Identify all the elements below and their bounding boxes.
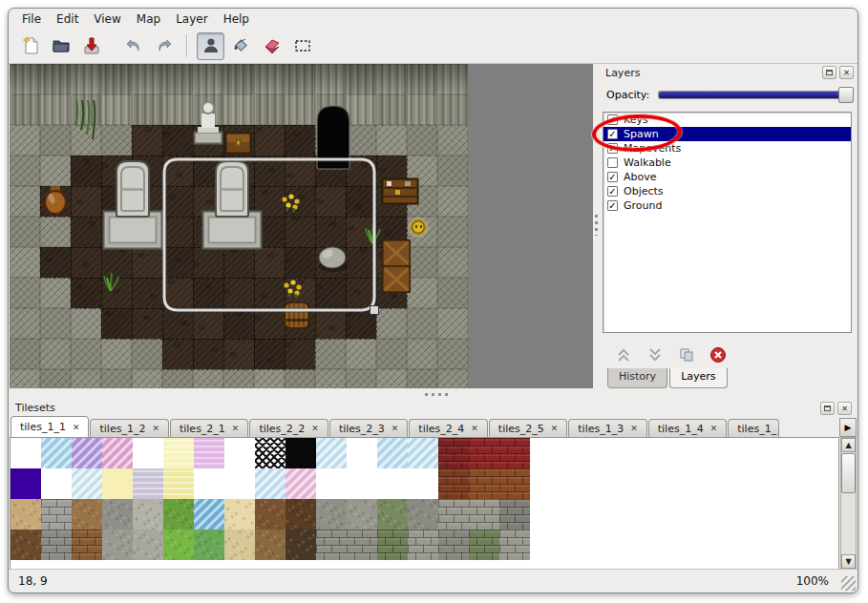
tileset-tab-label: tiles_1_: [737, 423, 776, 435]
redo-icon: [154, 35, 175, 56]
opacity-slider-handle[interactable]: [838, 87, 854, 103]
tileset-tab-tiles_1_4[interactable]: tiles_1_4✕: [648, 419, 727, 437]
tab-close-icon[interactable]: ✕: [471, 424, 478, 433]
layer-checkbox[interactable]: ✓: [607, 172, 618, 182]
fill-button[interactable]: [227, 32, 255, 60]
layers-float-button[interactable]: [822, 66, 836, 79]
app-window: FileEditViewMapLayerHelp Layers ✕ Opacit…: [8, 8, 858, 593]
close-icon: ✕: [841, 405, 848, 412]
save-icon: [81, 35, 102, 56]
layers-close-button[interactable]: ✕: [839, 66, 854, 79]
tab-close-icon[interactable]: ✕: [232, 424, 240, 433]
arrow-right-icon: ▶: [845, 423, 852, 432]
duplicate-button[interactable]: [678, 347, 695, 363]
tilesets-close-button[interactable]: ✕: [837, 402, 852, 415]
menu-file[interactable]: File: [14, 10, 49, 29]
layer-row-walkable[interactable]: Walkable: [603, 156, 851, 170]
tilesets-panel: Tilesets ✕ tiles_1_1✕tiles_1_2✕tiles_2_1…: [9, 400, 857, 571]
layer-checkbox[interactable]: ✓: [607, 200, 618, 211]
move-down-icon: [646, 347, 664, 363]
tileset-tab-tiles_1[interactable]: tiles_1_: [728, 419, 779, 437]
tab-close-icon[interactable]: ✕: [73, 423, 80, 432]
save-button[interactable]: [77, 32, 105, 60]
page: FileEditViewMapLayerHelp Layers ✕ Opacit…: [0, 0, 868, 603]
layer-row-mapevents[interactable]: ✓Mapevents: [603, 141, 851, 156]
stamp-button[interactable]: [197, 32, 224, 60]
tab-close-icon[interactable]: ✕: [710, 424, 718, 433]
vertical-splitter[interactable]: [593, 64, 600, 388]
scrollbar-thumb[interactable]: [841, 453, 856, 493]
tab-close-icon[interactable]: ✕: [551, 424, 559, 433]
menu-map[interactable]: Map: [129, 10, 168, 29]
tileset-tab-tiles_1_3[interactable]: tiles_1_3✕: [568, 419, 646, 437]
menu-edit[interactable]: Edit: [49, 10, 86, 29]
scroll-up-button[interactable]: ▲: [841, 438, 856, 452]
layer-checkbox[interactable]: [607, 157, 618, 168]
resize-grip[interactable]: [841, 576, 856, 591]
layer-row-objects[interactable]: ✓Objects: [603, 184, 851, 198]
redo-button[interactable]: [150, 32, 178, 60]
tab-layers[interactable]: Layers: [669, 368, 727, 388]
tabs-scroll-right-button[interactable]: ▶: [839, 418, 857, 437]
layers-panel-title: Layers: [605, 67, 819, 79]
layer-checkbox[interactable]: ✓: [607, 143, 618, 154]
tileset-tab-tiles_2_5[interactable]: tiles_2_5✕: [489, 419, 567, 437]
toolbar: [9, 29, 857, 64]
layer-row-above[interactable]: ✓Above: [603, 170, 851, 184]
layer-label: Keys: [624, 114, 648, 126]
tab-close-icon[interactable]: ✕: [630, 424, 638, 433]
eraser-icon: [262, 35, 283, 56]
open-folder-button[interactable]: [47, 32, 74, 60]
delete-button[interactable]: [709, 346, 727, 364]
layer-label: Spawn: [624, 128, 659, 140]
layer-checkbox[interactable]: ✓: [607, 129, 618, 139]
tileset-scrollbar[interactable]: ▲ ▼: [840, 437, 857, 570]
scroll-down-button[interactable]: ▼: [841, 554, 856, 569]
tilesets-float-button[interactable]: [820, 402, 835, 415]
opacity-row: Opacity:: [606, 85, 853, 104]
undo-button[interactable]: [119, 32, 147, 60]
tileset-tab-tiles_2_2[interactable]: tiles_2_2✕: [249, 419, 328, 437]
opacity-slider[interactable]: [658, 91, 853, 99]
tileset-tab-tiles_1_1[interactable]: tiles_1_1✕: [11, 416, 89, 437]
new-file-button[interactable]: [16, 32, 44, 60]
select-button[interactable]: [288, 32, 316, 60]
menu-help[interactable]: Help: [216, 10, 257, 29]
tileset-tab-label: tiles_2_1: [180, 423, 225, 435]
layer-label: Walkable: [624, 156, 671, 169]
arrow-up-icon: ▲: [845, 441, 851, 449]
menu-bar: FileEditViewMapLayerHelp: [9, 9, 857, 29]
layers-panel-header: Layers ✕: [600, 64, 856, 81]
layer-checkbox[interactable]: ✓: [607, 186, 618, 197]
move-down-button[interactable]: [646, 347, 664, 363]
tab-close-icon[interactable]: ✕: [392, 424, 399, 433]
tileset-tab-tiles_2_4[interactable]: tiles_2_4✕: [409, 419, 487, 437]
layer-row-ground[interactable]: ✓Ground: [603, 198, 851, 213]
map-canvas[interactable]: [10, 64, 593, 388]
tab-close-icon[interactable]: ✕: [152, 424, 159, 433]
tab-history[interactable]: History: [607, 368, 667, 388]
tileset-canvas[interactable]: [11, 438, 824, 562]
eraser-button[interactable]: [258, 32, 286, 60]
move-up-button[interactable]: [615, 347, 632, 363]
horizontal-splitter[interactable]: [9, 388, 857, 400]
menu-layer[interactable]: Layer: [168, 10, 215, 29]
tileset-tab-tiles_2_1[interactable]: tiles_2_1✕: [170, 419, 248, 437]
tileset-tab-tiles_1_2[interactable]: tiles_1_2✕: [90, 419, 168, 437]
menu-view[interactable]: View: [86, 10, 128, 29]
layer-label: Objects: [624, 185, 664, 198]
layer-row-spawn[interactable]: ✓Spawn: [603, 127, 851, 141]
tileset-tab-tiles_2_3[interactable]: tiles_2_3✕: [329, 419, 408, 437]
layer-row-keys[interactable]: ✓Keys: [603, 113, 851, 127]
splitter-handle-icon: [425, 393, 450, 396]
layer-label: Ground: [624, 199, 662, 212]
tileset-tab-label: tiles_1_1: [20, 421, 66, 433]
tileset-tab-label: tiles_2_2: [259, 423, 305, 435]
tileset-tab-label: tiles_1_2: [99, 423, 145, 435]
opacity-label: Opacity:: [606, 89, 649, 101]
new-file-icon: [20, 35, 41, 56]
tab-close-icon[interactable]: ✕: [311, 424, 319, 433]
tilesets-panel-title: Tilesets: [15, 402, 817, 414]
layer-checkbox[interactable]: ✓: [607, 114, 618, 125]
arrow-down-icon: ▼: [845, 557, 851, 566]
